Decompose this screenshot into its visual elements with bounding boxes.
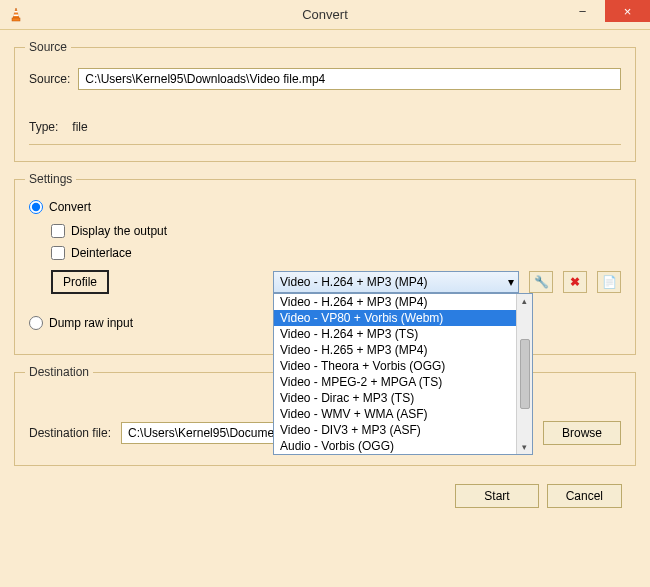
settings-legend: Settings	[25, 172, 76, 186]
display-output-label: Display the output	[71, 224, 167, 238]
source-group: Source Source: Type: file	[14, 40, 636, 162]
start-button[interactable]: Start	[455, 484, 538, 508]
profile-option[interactable]: Video - H.264 + MP3 (TS)	[274, 326, 516, 342]
close-button[interactable]: ×	[605, 0, 650, 22]
destination-label: Destination file:	[29, 426, 111, 440]
wrench-icon: 🔧	[534, 275, 549, 289]
svg-rect-1	[14, 11, 18, 13]
titlebar: Convert − ×	[0, 0, 650, 30]
svg-rect-2	[13, 14, 18, 16]
browse-button[interactable]: Browse	[543, 421, 621, 445]
profile-option[interactable]: Audio - Vorbis (OGG)	[274, 438, 516, 454]
divider	[29, 144, 621, 145]
edit-profile-button[interactable]: 🔧	[529, 271, 553, 293]
profile-option[interactable]: Video - VP80 + Vorbis (Webm)	[274, 310, 516, 326]
type-label: Type:	[29, 120, 58, 134]
window-buttons: − ×	[560, 0, 650, 22]
convert-radio[interactable]	[29, 200, 43, 214]
source-legend: Source	[25, 40, 71, 54]
type-value: file	[72, 120, 87, 134]
vlc-icon	[8, 7, 24, 23]
delete-profile-button[interactable]: ✖	[563, 271, 587, 293]
new-profile-button[interactable]: 📄	[597, 271, 621, 293]
minimize-button[interactable]: −	[560, 0, 605, 22]
profile-option[interactable]: Video - Theora + Vorbis (OGG)	[274, 358, 516, 374]
scroll-thumb[interactable]	[520, 339, 530, 409]
profile-button[interactable]: Profile	[51, 270, 109, 294]
scroll-up-icon[interactable]: ▴	[522, 296, 527, 306]
destination-legend: Destination	[25, 365, 93, 379]
svg-rect-0	[12, 18, 20, 21]
deinterlace-checkbox[interactable]	[51, 246, 65, 260]
chevron-down-icon: ▾	[508, 275, 514, 289]
profile-dropdown: Video - H.264 + MP3 (MP4)Video - VP80 + …	[273, 293, 533, 455]
new-icon: 📄	[602, 275, 617, 289]
scroll-down-icon[interactable]: ▾	[522, 442, 527, 452]
dump-radio[interactable]	[29, 316, 43, 330]
profile-option[interactable]: Video - WMV + WMA (ASF)	[274, 406, 516, 422]
deinterlace-label: Deinterlace	[71, 246, 132, 260]
profile-combo[interactable]: Video - H.264 + MP3 (MP4) ▾	[273, 271, 519, 293]
source-label: Source:	[29, 72, 70, 86]
settings-group: Settings Convert Display the output Dein…	[14, 172, 636, 355]
convert-label: Convert	[49, 200, 91, 214]
source-input[interactable]	[78, 68, 621, 90]
cancel-button[interactable]: Cancel	[547, 484, 622, 508]
display-output-checkbox[interactable]	[51, 224, 65, 238]
window-title: Convert	[302, 7, 348, 22]
profile-option[interactable]: Video - MPEG-2 + MPGA (TS)	[274, 374, 516, 390]
profile-option[interactable]: Video - H.265 + MP3 (MP4)	[274, 342, 516, 358]
profile-combo-text: Video - H.264 + MP3 (MP4)	[280, 275, 428, 289]
profile-option[interactable]: Video - Dirac + MP3 (TS)	[274, 390, 516, 406]
delete-icon: ✖	[570, 275, 580, 289]
profile-option[interactable]: Video - H.264 + MP3 (MP4)	[274, 294, 516, 310]
content: Source Source: Type: file Settings Conve…	[0, 30, 650, 518]
footer: Start Cancel	[14, 476, 636, 508]
profile-option[interactable]: Video - DIV3 + MP3 (ASF)	[274, 422, 516, 438]
dump-label: Dump raw input	[49, 316, 133, 330]
scrollbar[interactable]: ▴ ▾	[516, 294, 532, 454]
